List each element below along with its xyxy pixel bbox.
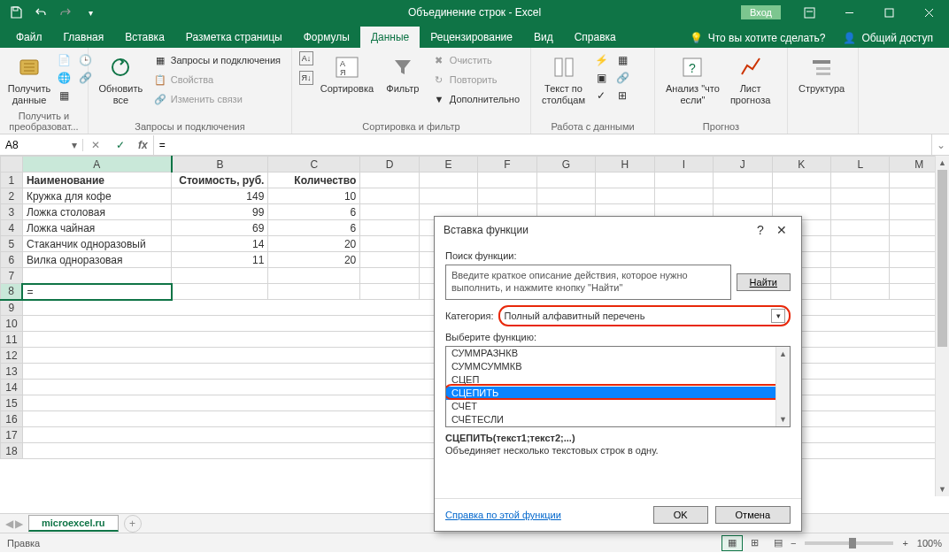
reapply-button[interactable]: ↻Повторить [428, 71, 523, 88]
forecast-sheet-button[interactable]: Лист прогноза [727, 51, 774, 108]
col-header[interactable]: E [419, 157, 477, 173]
formula-expand-icon[interactable]: ⌄ [931, 134, 949, 155]
cell[interactable] [172, 284, 268, 300]
cell[interactable] [831, 220, 890, 236]
select-all-corner[interactable] [1, 157, 23, 173]
function-list-item[interactable]: СЧЁТ [446, 400, 790, 413]
tab-view[interactable]: Вид [523, 27, 564, 48]
view-pagebreak-icon[interactable]: ▤ [768, 535, 789, 551]
col-header[interactable]: K [772, 157, 830, 173]
what-if-button[interactable]: ? Анализ "что если" [662, 51, 723, 108]
sheet-prev-icon[interactable]: ◀ [5, 518, 13, 530]
cell[interactable] [360, 173, 419, 188]
from-text-icon[interactable]: 📄 [57, 53, 71, 67]
col-header[interactable]: F [478, 157, 536, 173]
data-model-icon[interactable]: ⊞ [615, 88, 629, 103]
cell[interactable] [831, 284, 890, 300]
col-header[interactable]: I [654, 157, 713, 173]
cell[interactable]: Количество [268, 173, 360, 188]
tab-layout[interactable]: Разметка страницы [175, 27, 293, 48]
cell[interactable] [419, 173, 477, 188]
cell[interactable]: 69 [172, 220, 268, 236]
row-header[interactable]: 12 [1, 348, 23, 364]
cell[interactable] [360, 252, 419, 268]
row-header[interactable]: 3 [1, 204, 23, 220]
function-help-link[interactable]: Справка по этой функции [445, 510, 561, 520]
sheet-nav[interactable]: ◀▶ [5, 518, 28, 530]
cell[interactable] [419, 188, 477, 204]
cell[interactable] [536, 188, 595, 204]
tab-file[interactable]: Файл [5, 27, 53, 48]
close-button[interactable] [909, 0, 949, 25]
cell[interactable]: 149 [172, 188, 268, 204]
save-icon[interactable] [5, 3, 27, 22]
view-normal-icon[interactable]: ▦ [721, 535, 743, 551]
cell[interactable]: 20 [268, 236, 360, 252]
row-header[interactable]: 16 [1, 411, 23, 427]
minimize-button[interactable] [829, 0, 869, 25]
dialog-titlebar[interactable]: Вставка функции ? ✕ [435, 217, 801, 243]
share-button[interactable]: 👤 Общий доступ [834, 28, 942, 48]
function-list-item-selected[interactable]: СЦЕПИТЬ [446, 387, 790, 400]
cell[interactable] [831, 236, 890, 252]
clear-filter-button[interactable]: ✖Очистить [428, 51, 523, 69]
sheet-next-icon[interactable]: ▶ [15, 518, 23, 530]
cell[interactable]: Наименование [22, 173, 171, 188]
view-layout-icon[interactable]: ⊞ [745, 535, 766, 551]
tab-formulas[interactable]: Формулы [293, 27, 360, 48]
cell[interactable] [536, 173, 595, 188]
cell[interactable]: 11 [172, 252, 268, 268]
tell-me-search[interactable]: 💡 Что вы хотите сделать? [681, 28, 835, 48]
tab-insert[interactable]: Вставка [114, 27, 175, 48]
tab-review[interactable]: Рецензирование [420, 27, 523, 48]
list-scrollbar[interactable]: ▲ ▼ [775, 347, 790, 426]
redo-icon[interactable] [55, 3, 76, 22]
cell[interactable] [172, 268, 268, 284]
cell[interactable] [831, 252, 890, 268]
cell[interactable] [360, 188, 419, 204]
zoom-out-icon[interactable]: − [791, 538, 796, 548]
cell[interactable] [831, 188, 890, 204]
function-list[interactable]: СУММРАЗНКВ СУММСУММКВ СЦЕП СЦЕПИТЬ СЧЁТ … [445, 346, 791, 427]
find-button[interactable]: Найти [737, 273, 791, 291]
tab-home[interactable]: Главная [53, 27, 115, 48]
cell[interactable] [360, 220, 419, 236]
cell[interactable]: 6 [268, 204, 360, 220]
name-box-input[interactable] [5, 139, 58, 151]
login-button[interactable]: Вход [741, 5, 781, 19]
remove-dupl-icon[interactable]: ▣ [594, 71, 608, 85]
sort-asc-icon[interactable]: А↓ [299, 51, 313, 65]
cell[interactable] [831, 268, 890, 284]
col-header[interactable]: J [714, 157, 772, 173]
row-header[interactable]: 10 [1, 316, 23, 332]
cell[interactable]: Кружка для кофе [22, 188, 171, 204]
cell[interactable] [360, 204, 419, 220]
data-valid-icon[interactable]: ✓ [594, 88, 608, 103]
col-header[interactable]: H [596, 157, 654, 173]
maximize-button[interactable] [869, 0, 909, 25]
cell[interactable] [714, 173, 772, 188]
row-header[interactable]: 2 [1, 188, 23, 204]
row-header[interactable]: 18 [1, 443, 23, 459]
scroll-up-icon[interactable]: ▲ [776, 347, 790, 361]
col-header[interactable]: C [268, 157, 360, 173]
cell[interactable] [831, 204, 890, 220]
active-cell[interactable]: = [22, 284, 171, 300]
cell[interactable] [772, 173, 830, 188]
refresh-all-button[interactable]: Обновить все [96, 51, 146, 108]
cell[interactable]: Ложка чайная [22, 220, 171, 236]
relationships-icon[interactable]: 🔗 [615, 71, 629, 85]
function-list-item[interactable]: СЧЁТЕСЛИ [446, 413, 790, 426]
dialog-close-icon[interactable]: ✕ [771, 223, 792, 237]
advanced-filter-button[interactable]: ▼Дополнительно [428, 90, 523, 108]
function-list-item[interactable]: СЧЁТЕСЛИМН [446, 426, 790, 427]
cell[interactable] [478, 173, 536, 188]
from-table-icon[interactable]: ▦ [57, 88, 71, 103]
cell[interactable] [654, 188, 713, 204]
col-header[interactable]: L [831, 157, 890, 173]
row-header[interactable]: 17 [1, 427, 23, 443]
col-header[interactable]: B [172, 157, 268, 173]
search-function-input[interactable]: Введите краткое описание действия, котор… [445, 265, 731, 300]
function-list-item[interactable]: СЦЕП [446, 373, 790, 387]
outline-button[interactable]: Структура [795, 51, 848, 96]
